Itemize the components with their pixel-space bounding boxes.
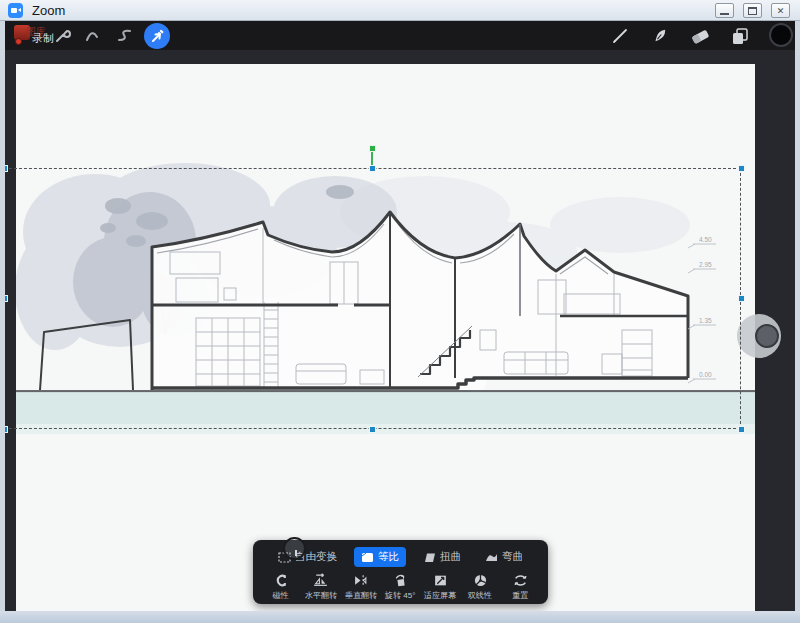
selection-handle-bottom-right[interactable]: [738, 426, 745, 433]
fit-screen-button[interactable]: 适应屏幕: [420, 573, 460, 602]
window-title: Zoom: [32, 3, 65, 18]
title-bar: Zoom ✕: [0, 0, 800, 21]
flip-vertical-button[interactable]: 垂直翻转: [341, 573, 381, 602]
selection-bounding-box[interactable]: [4, 168, 741, 429]
flip-horizontal-button[interactable]: 水平翻转: [301, 573, 341, 602]
touch-cursor-indicator: [283, 537, 306, 560]
wrench-icon[interactable]: [50, 24, 74, 48]
proportional-icon: [361, 552, 374, 563]
line-tool-icon[interactable]: [608, 24, 632, 48]
rotate-45-button[interactable]: 旋转 45°: [381, 573, 421, 602]
maximize-button[interactable]: [743, 3, 762, 18]
stroke-style-icon[interactable]: [80, 24, 104, 48]
tab-warp[interactable]: 弯曲: [478, 547, 530, 567]
pen-tool-icon[interactable]: [648, 24, 672, 48]
tab-proportional[interactable]: 等比: [354, 547, 406, 567]
close-icon: ✕: [777, 6, 785, 16]
warp-icon: [485, 552, 498, 563]
bilinear-icon: [473, 573, 488, 588]
edge-tab-knob[interactable]: [755, 324, 779, 348]
distort-icon: [423, 552, 436, 563]
window-left-border: [0, 21, 5, 623]
magnet-icon: [273, 573, 288, 588]
fit-screen-icon: [433, 573, 448, 588]
lasso-stroke-icon[interactable]: [113, 24, 137, 48]
reset-button[interactable]: 重置: [500, 573, 540, 602]
eraser-tool-icon[interactable]: [688, 24, 712, 48]
magnetic-button[interactable]: 磁性: [261, 573, 301, 602]
close-button[interactable]: ✕: [771, 3, 790, 18]
annotation-toolbar: 图库 录制: [0, 21, 800, 50]
window-right-border: [795, 21, 800, 623]
zoom-logo-icon: [8, 3, 23, 18]
tab-distort[interactable]: 扭曲: [416, 547, 468, 567]
color-swatch-black[interactable]: [769, 23, 793, 47]
minimize-button[interactable]: [715, 3, 734, 18]
rotate-45-icon: [393, 573, 408, 588]
selection-handle-top-center[interactable]: [369, 165, 376, 172]
maximize-icon: [748, 7, 757, 15]
selection-handle-mid-right[interactable]: [738, 295, 745, 302]
tab-free-transform[interactable]: 自由变换: [271, 547, 344, 567]
flip-vertical-icon: [353, 573, 368, 588]
pages-icon[interactable]: [728, 24, 752, 48]
window-bottom-border: [0, 611, 800, 623]
minimize-icon: [720, 13, 729, 15]
record-dot-icon: [15, 38, 22, 45]
app-window: Zoom ✕ 图库 录制: [0, 0, 800, 623]
pointer-tool-button[interactable]: [144, 23, 170, 49]
selection-handle-top-right[interactable]: [738, 165, 745, 172]
arrow-pointer-icon: [148, 27, 166, 45]
transform-action-buttons: 磁性 水平翻转 垂直翻转 旋转 45° 适应屏幕 双线性: [261, 573, 540, 602]
flip-horizontal-icon: [313, 573, 328, 588]
selection-rotate-handle[interactable]: [369, 145, 376, 152]
reset-icon: [513, 573, 528, 588]
bilinear-button[interactable]: 双线性: [460, 573, 500, 602]
selection-handle-bottom-center[interactable]: [369, 426, 376, 433]
